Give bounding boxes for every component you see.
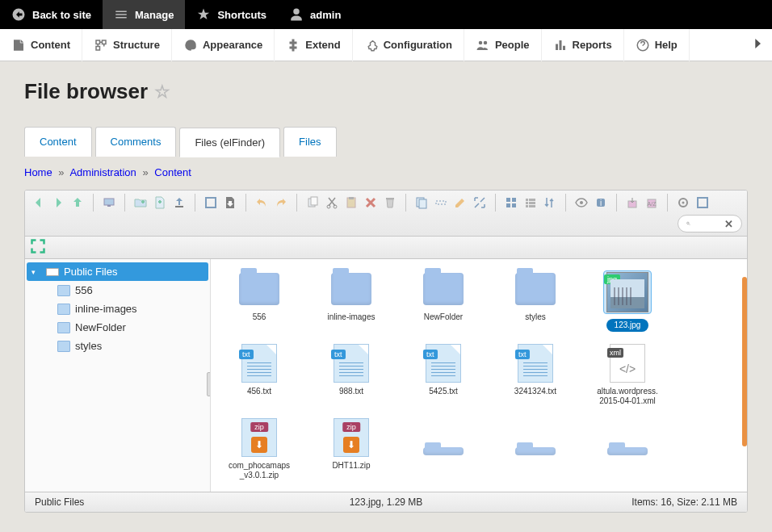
svg-rect-15 (506, 198, 510, 202)
file-item[interactable] (595, 419, 660, 480)
breadcrumb-administration[interactable]: Administration (69, 166, 136, 178)
back-to-site-button[interactable]: Back to site (0, 0, 103, 29)
upload-icon[interactable] (170, 194, 188, 212)
breadcrumb-content[interactable]: Content (154, 166, 191, 178)
view-icons-icon[interactable] (502, 194, 520, 212)
preview-icon[interactable] (573, 194, 590, 212)
nav-forward-icon[interactable] (49, 194, 67, 212)
svg-rect-11 (386, 198, 394, 199)
file-label: inline-images (328, 312, 376, 322)
tab-content[interactable]: Content (24, 127, 92, 157)
file-label: 5425.txt (429, 387, 458, 396)
preferences-icon[interactable] (674, 194, 692, 212)
info-icon[interactable]: i (592, 194, 610, 212)
redo-icon[interactable] (272, 194, 290, 212)
search-box[interactable]: ✕ (678, 215, 742, 232)
tree-folder[interactable]: inline-images (25, 300, 210, 318)
file-item[interactable]: txt3241324.txt (503, 345, 568, 406)
elfinder: i A/Z ✕ ▾ Pub (24, 190, 748, 513)
file-item[interactable] (503, 419, 568, 480)
search-input[interactable] (695, 218, 720, 229)
tab-files[interactable]: Files (283, 127, 336, 157)
fullscreen-icon[interactable] (694, 194, 711, 212)
elfinder-workspace: ▾ Public Files 556inline-imagesNewFolder… (25, 259, 747, 492)
file-label: altula.wordpress.2015-04-01.xml (595, 387, 660, 406)
adminmenu-reports[interactable]: Reports (542, 29, 624, 61)
cut-icon[interactable] (323, 194, 341, 212)
paste-icon[interactable] (342, 194, 360, 212)
download-icon[interactable] (221, 194, 239, 212)
newfile-icon[interactable] (151, 194, 169, 212)
shortcuts-button[interactable]: Shortcuts (185, 0, 278, 29)
delete-icon[interactable] (362, 194, 380, 212)
svg-rect-14 (436, 201, 446, 204)
file-item[interactable] (411, 419, 476, 480)
collapse-icon[interactable]: ▾ (31, 268, 41, 276)
tab-comments[interactable]: Comments (95, 127, 177, 157)
tab-files-elfinder[interactable]: Files (elFinder) (179, 128, 280, 157)
newfolder-icon[interactable] (132, 194, 149, 212)
status-summary: Items: 16, Size: 2.11 MB (631, 496, 737, 508)
file-item[interactable]: NewFolder (411, 270, 476, 332)
extract-icon[interactable] (623, 194, 641, 212)
svg-text:A/Z: A/Z (648, 201, 657, 207)
manage-button[interactable]: Manage (103, 0, 185, 29)
tree-folder[interactable]: 556 (25, 281, 210, 300)
page-title: File browser ☆ (24, 79, 748, 104)
adminmenu-content[interactable]: Content (0, 29, 82, 61)
empty-icon[interactable] (381, 194, 399, 212)
adminmenu-appearance[interactable]: Appearance (172, 29, 275, 61)
adminmenu-people[interactable]: People (464, 29, 542, 61)
folder-icon (422, 270, 464, 308)
undo-icon[interactable] (253, 194, 271, 212)
open-icon[interactable] (202, 194, 220, 212)
file-item[interactable]: styles (503, 270, 568, 332)
folder-icon (422, 419, 464, 456)
file-label: DHT11.zip (332, 461, 370, 471)
svg-point-25 (580, 201, 583, 204)
file-item[interactable]: txt456.txt (227, 345, 292, 406)
adminmenu-structure[interactable]: Structure (82, 29, 172, 61)
adminmenu-extend[interactable]: Extend (275, 29, 352, 61)
netmount-icon[interactable] (100, 194, 118, 212)
file-item[interactable]: txt5425.txt (411, 345, 476, 406)
file-item[interactable]: xml</>altula.wordpress.2015-04-01.xml (595, 345, 660, 406)
nav-back-icon[interactable] (30, 194, 48, 212)
svg-rect-1 (104, 199, 114, 205)
manage-label: Manage (135, 9, 174, 21)
adminmenu-configuration[interactable]: Configuration (353, 29, 464, 61)
scrollbar-thumb[interactable] (742, 277, 747, 446)
jpg-icon: jpg (606, 274, 648, 311)
file-item[interactable]: zip⬇com_phocamaps_v3.0.1.zip (227, 419, 292, 480)
file-item[interactable]: zip⬇DHT11.zip (319, 419, 384, 480)
archive-icon[interactable]: A/Z (643, 194, 661, 212)
breadcrumb-home[interactable]: Home (24, 166, 52, 178)
file-item[interactable]: 556 (227, 270, 292, 332)
sort-icon[interactable] (541, 194, 559, 212)
file-label: com_phocamaps_v3.0.1.zip (227, 461, 292, 480)
file-grid[interactable]: 556inline-imagesNewFolderstylesjpg123.jp… (211, 259, 747, 492)
tree-root[interactable]: ▾ Public Files (27, 262, 208, 281)
file-item[interactable]: txt988.txt (319, 345, 384, 406)
tree-folder[interactable]: NewFolder (25, 318, 210, 337)
resize-icon[interactable] (471, 194, 489, 212)
duplicate-icon[interactable] (413, 194, 430, 212)
file-label: 3241324.txt (514, 387, 556, 396)
file-item[interactable]: jpg123.jpg (595, 270, 660, 332)
expand-workspace-icon[interactable] (30, 238, 46, 254)
adminmenu-tour[interactable] (746, 37, 772, 52)
user-menu[interactable]: admin (278, 0, 352, 29)
user-label: admin (310, 9, 341, 21)
copy-icon[interactable] (304, 194, 321, 212)
edit-icon[interactable] (451, 194, 469, 212)
search-clear-icon[interactable]: ✕ (724, 218, 733, 230)
nav-up-icon[interactable] (69, 194, 86, 212)
svg-rect-18 (512, 203, 516, 207)
file-item[interactable]: inline-images (319, 270, 384, 332)
tree-folder[interactable]: styles (25, 337, 210, 355)
favorite-icon[interactable]: ☆ (154, 82, 170, 103)
rename-icon[interactable] (432, 194, 450, 212)
view-list-icon[interactable] (522, 194, 539, 212)
adminmenu-help[interactable]: Help (624, 29, 690, 61)
nav-resize-handle[interactable] (205, 259, 210, 492)
